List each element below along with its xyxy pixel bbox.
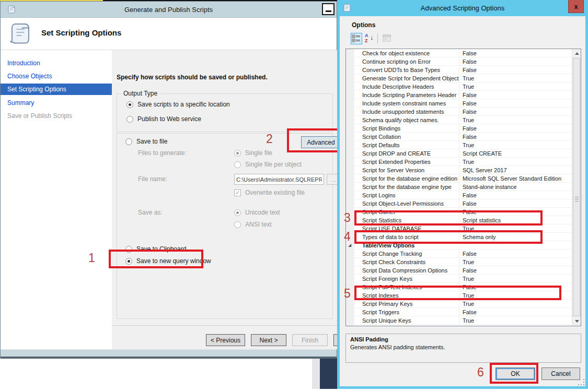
grid-row[interactable]: Script DROP and CREATEScript CREATE — [346, 149, 572, 158]
grid-category-row[interactable]: ◢Table/View Options — [346, 241, 572, 250]
overwrite-checkbox: ✓ — [234, 189, 241, 196]
radio-save-to-file[interactable] — [125, 138, 132, 145]
grid-row[interactable]: Script DefaultsTrue — [346, 141, 572, 149]
sidebar-item[interactable]: Choose Objects — [1, 69, 112, 82]
radio-save-to-clipboard-label[interactable]: Save to Clipboard — [136, 245, 186, 253]
main-heading: Specify how scripts should be saved or p… — [117, 74, 268, 81]
grid-row[interactable]: Script USE DATABASETrue — [346, 224, 572, 233]
grid-row[interactable]: Script Change TrackingFalse — [346, 250, 572, 258]
scrollbar-grip-icon — [575, 197, 579, 202]
grid-row[interactable]: Check for object existenceFalse — [346, 49, 572, 57]
radio-save-to-new-query-label[interactable]: Save to new query window — [136, 257, 211, 265]
grid-row[interactable]: Script OwnerFalse — [346, 208, 572, 216]
grid-row[interactable]: Types of data to scriptSchema only — [346, 233, 572, 241]
radio-ansi-text-label: ANSI text — [245, 221, 272, 228]
grid-row[interactable]: Include unsupported statementsFalse — [346, 108, 572, 116]
radio-ansi-text — [234, 221, 241, 228]
screen: Generate and Publish Scripts Set Scripti… — [0, 0, 588, 391]
wizard-steps-list: IntroductionChoose ObjectsSet Scripting … — [1, 50, 112, 122]
left-window-title: Generate and Publish Scripts — [1, 6, 337, 14]
grid-row[interactable]: Include Scripting Parameters HeaderFalse — [346, 91, 572, 99]
wizard-button[interactable]: < Previous — [206, 334, 245, 346]
radio-save-to-file-label[interactable]: Save to file — [136, 138, 167, 145]
radio-publish-web-label[interactable]: Publish to Web service — [137, 115, 201, 123]
wizard-main-panel: Specify how scripts should be saved or p… — [112, 50, 338, 349]
minimize-button[interactable] — [322, 3, 335, 15]
file-name-label: File name: — [138, 175, 167, 183]
grid-row[interactable]: Include Descriptive HeadersTrue — [346, 82, 572, 91]
radio-save-to-clipboard[interactable] — [125, 246, 132, 253]
radio-publish-web[interactable] — [126, 116, 133, 123]
grid-row[interactable]: Script Check ConstraintsTrue — [346, 258, 572, 266]
grid-row[interactable]: Convert UDDTs to Base TypesFalse — [346, 66, 572, 74]
window-bottom-band — [1, 349, 337, 357]
scroll-down-icon[interactable] — [572, 317, 581, 326]
grid-row[interactable]: Script for the database engine typeStand… — [346, 183, 572, 191]
radio-single-file — [234, 150, 241, 157]
page-title: Set Scripting Options — [41, 28, 121, 37]
resize-grip-icon[interactable] — [578, 379, 584, 385]
grid-row[interactable]: Script Foreign KeysTrue — [346, 275, 572, 283]
grid-row[interactable]: Script Object-Level PermissionsFalse — [346, 199, 572, 208]
scroll-up-icon[interactable] — [572, 49, 581, 58]
grid-row[interactable]: Schema qualify object names.True — [346, 116, 572, 124]
grid-row[interactable]: Script IndexesTrue — [346, 291, 572, 300]
output-type-groupbox: Output Type Save scripts to a specific l… — [117, 93, 333, 132]
categorized-icon[interactable] — [351, 33, 362, 44]
grid-row[interactable]: Script BindingsFalse — [346, 124, 572, 133]
scrollbar-thumb[interactable] — [573, 58, 580, 316]
sidebar-item[interactable]: Summary — [1, 96, 112, 109]
radio-unicode-text-label: Unicode text — [245, 209, 280, 216]
minimize-icon — [326, 10, 331, 12]
advanced-button[interactable]: Advanced — [301, 136, 341, 148]
sidebar-item: Save or Publish Scripts — [1, 109, 112, 122]
file-name-input[interactable] — [234, 174, 324, 185]
left-window-titlebar[interactable]: Generate and Publish Scripts — [1, 2, 337, 18]
grid-row[interactable]: Script for the database engine editionMi… — [346, 174, 572, 183]
close-button[interactable]: x — [568, 0, 584, 13]
alphabetical-sort-icon[interactable]: AZ↓ — [364, 33, 375, 44]
grid-scrollbar[interactable] — [572, 49, 581, 326]
background-gray-strip — [312, 357, 320, 389]
footer-divider — [112, 325, 338, 326]
grid-row[interactable]: Script CollationFalse — [346, 133, 572, 141]
toolbar-separator — [377, 33, 378, 44]
wizard-button[interactable]: Finish — [292, 334, 328, 346]
grid-row[interactable]: Script TriggersFalse — [346, 308, 572, 316]
property-grid-rows: Check for object existenceFalseContinue … — [346, 49, 572, 325]
radio-save-location-label[interactable]: Save scripts to a specific location — [137, 101, 230, 108]
background-navy-block — [320, 357, 337, 389]
grid-row[interactable]: Script Data Compression OptionsFalse — [346, 266, 572, 275]
grid-row[interactable]: Generate Script for Dependent ObjectsTru… — [346, 74, 572, 82]
radio-single-file-per-object — [234, 161, 241, 168]
sidebar-item[interactable]: Introduction — [1, 56, 112, 69]
grid-row[interactable]: Script StatisticsScript statistics — [346, 216, 572, 224]
cancel-button[interactable]: Cancel — [541, 368, 580, 380]
radio-single-file-per-object-label: Single file per object — [245, 161, 302, 168]
dialog-titlebar[interactable]: Advanced Scripting Options — [337, 0, 588, 16]
save-as-label: Save as: — [138, 209, 163, 216]
output-type-group-label: Output Type — [121, 90, 159, 97]
generate-publish-scripts-window: Generate and Publish Scripts Set Scripti… — [0, 1, 337, 358]
wizard-sidebar: IntroductionChoose ObjectsSet Scripting … — [1, 50, 112, 349]
grid-row[interactable]: Script Primary KeysTrue — [346, 300, 572, 308]
grid-row[interactable]: Script for Server VersionSQL Server 2017 — [346, 166, 572, 174]
save-options-groupbox: Save to file Advanced Files to generate:… — [117, 133, 333, 319]
radio-save-to-new-query[interactable] — [125, 258, 132, 265]
sidebar-item[interactable]: Set Scripting Options — [1, 84, 112, 95]
grid-row[interactable]: Script LoginsFalse — [346, 191, 572, 199]
ok-button[interactable]: OK — [495, 368, 535, 380]
wizard-button[interactable]: Next > — [251, 334, 286, 346]
grid-row[interactable]: Script Full-Text IndexesFalse — [346, 283, 572, 291]
options-label: Options — [352, 21, 375, 29]
description-text: Generates ANSI padding statements. — [350, 344, 445, 350]
grid-row[interactable]: Script Extended PropertiesTrue — [346, 158, 572, 166]
wizard-page-header: Set Scripting Options — [1, 18, 337, 50]
wizard-footer-buttons: < PreviousNext >Finish — [206, 334, 328, 346]
grid-row[interactable]: Include system constraint namesFalse — [346, 99, 572, 108]
grid-row[interactable]: Continue scripting on ErrorFalse — [346, 57, 572, 66]
collapse-triangle-icon[interactable]: ◢ — [348, 241, 351, 250]
grid-row[interactable]: Script Unique KeysTrue — [346, 316, 572, 325]
window-bottom-edge — [1, 357, 337, 359]
radio-save-location[interactable] — [126, 101, 133, 108]
